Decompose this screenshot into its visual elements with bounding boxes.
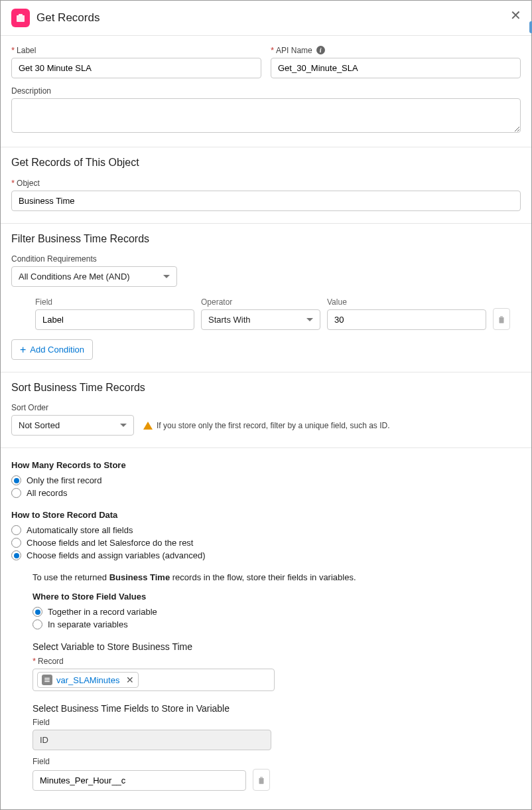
where-store-title: Where to Store Field Values [33, 592, 521, 602]
trash-icon [257, 775, 266, 785]
radio-choose-advanced[interactable]: Choose fields and assign variables (adva… [11, 549, 521, 562]
condition-req-label: Condition Requirements [11, 254, 521, 264]
description-label: Description [11, 86, 521, 96]
sort-order-select[interactable]: Not Sorted [11, 415, 134, 436]
object-section: Get Records of This Object Object [1, 147, 531, 224]
basic-info-section: Label API Namei Description [1, 36, 531, 147]
radio-only-first[interactable]: Only the first record [11, 474, 521, 487]
filter-value-input[interactable] [327, 309, 486, 330]
info-icon[interactable]: i [316, 46, 325, 54]
use-returned-help: To use the returned Business Time record… [33, 572, 521, 582]
plus-icon: + [20, 345, 26, 354]
object-input[interactable] [11, 191, 521, 211]
chevron-down-icon [163, 275, 170, 278]
select-fields-title: Select Business Time Fields to Store in … [33, 703, 521, 714]
radio-together[interactable]: Together in a record variable [33, 606, 521, 618]
api-name-label: API Namei [271, 45, 521, 55]
field-label-1: Field [33, 718, 521, 727]
select-variable-title: Select Variable to Store Business Time [33, 641, 521, 652]
delete-condition-button[interactable] [493, 308, 510, 330]
radio-separate[interactable]: In separate variables [33, 618, 521, 631]
chevron-down-icon [120, 424, 127, 427]
store-section: How Many Records to Store Only the first… [1, 448, 531, 809]
sort-warning: If you store only the first record, filt… [143, 421, 390, 430]
filter-section: Filter Business Time Records Condition R… [1, 224, 531, 372]
variable-icon [42, 675, 52, 685]
svg-rect-4 [44, 681, 50, 682]
record-label: Record [33, 656, 521, 666]
field-label-2: Field [33, 757, 521, 766]
filter-section-title: Filter Business Time Records [11, 233, 521, 245]
label-label: Label [11, 45, 261, 55]
trash-icon [497, 315, 506, 324]
filter-field-input[interactable] [35, 309, 194, 330]
close-icon[interactable]: ✕ [510, 9, 523, 22]
remove-pill-icon[interactable]: ✕ [126, 675, 134, 685]
radio-auto-store[interactable]: Automatically store all fields [11, 524, 521, 536]
filter-value-label: Value [327, 297, 486, 307]
svg-rect-1 [19, 14, 23, 16]
svg-rect-2 [44, 678, 50, 679]
object-section-title: Get Records of This Object [11, 157, 521, 169]
svg-rect-3 [44, 679, 50, 680]
scroll-indicator[interactable] [529, 21, 532, 33]
field-input-id [33, 730, 271, 750]
svg-rect-0 [17, 15, 25, 22]
chevron-down-icon [306, 318, 313, 321]
warning-icon [143, 422, 153, 430]
panel-header: Get Records ✕ [1, 1, 531, 36]
description-input[interactable] [11, 98, 521, 133]
filter-field-label: Field [35, 297, 194, 307]
get-records-panel: Get Records ✕ Label API Namei Descriptio… [0, 0, 532, 810]
panel-title: Get Records [36, 11, 100, 25]
label-input[interactable] [11, 58, 261, 78]
sort-order-label: Sort Order [11, 403, 521, 412]
filter-condition-row: Field Operator Starts With Value [35, 297, 521, 330]
record-variable-input[interactable]: var_SLAMinutes ✕ [33, 669, 275, 691]
condition-req-select[interactable]: All Conditions Are Met (AND) [11, 266, 177, 287]
how-store-title: How to Store Record Data [11, 510, 521, 520]
add-condition-button[interactable]: + Add Condition [11, 339, 93, 360]
api-name-input[interactable] [271, 58, 521, 78]
field-input-minutes[interactable] [33, 770, 246, 791]
get-records-icon [11, 9, 30, 27]
filter-operator-label: Operator [201, 297, 320, 307]
variable-pill[interactable]: var_SLAMinutes ✕ [37, 672, 139, 688]
how-many-title: How Many Records to Store [11, 460, 521, 470]
filter-operator-select[interactable]: Starts With [201, 309, 320, 330]
sort-section: Sort Business Time Records Sort Order No… [1, 372, 531, 448]
radio-choose-sf[interactable]: Choose fields and let Salesforce do the … [11, 536, 521, 549]
delete-field-button[interactable] [253, 769, 270, 791]
sort-section-title: Sort Business Time Records [11, 382, 521, 394]
object-label: Object [11, 178, 521, 188]
radio-all-records[interactable]: All records [11, 487, 521, 499]
